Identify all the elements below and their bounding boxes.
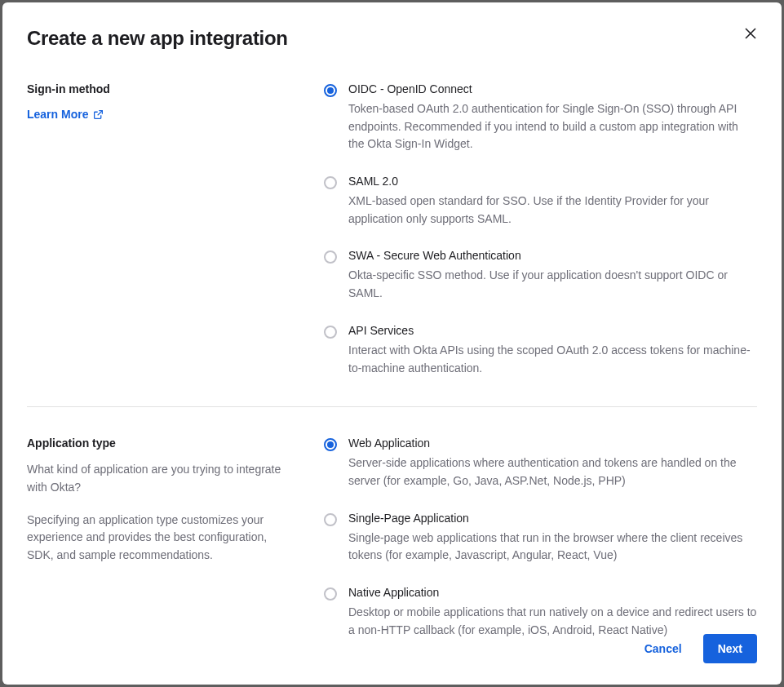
- sign-in-option-api-services[interactable]: API Services Interact with Okta APIs usi…: [324, 324, 757, 377]
- radio-indicator: [324, 250, 337, 264]
- option-description: Okta-specific SSO method. Use if your ap…: [348, 267, 757, 302]
- cancel-button[interactable]: Cancel: [640, 634, 687, 663]
- radio-indicator: [324, 513, 337, 526]
- close-icon: [745, 28, 756, 39]
- option-title: SWA - Secure Web Authentication: [348, 249, 757, 262]
- application-type-section: Application type What kind of applicatio…: [27, 437, 757, 662]
- learn-more-text: Learn More: [27, 108, 88, 121]
- radio-indicator: [324, 326, 337, 339]
- application-type-help-explanation: Specifying an application type customize…: [27, 512, 291, 565]
- next-button[interactable]: Next: [703, 634, 757, 663]
- option-title: Native Application: [348, 586, 757, 599]
- create-app-integration-modal: Create a new app integration Sign-in met…: [2, 2, 782, 685]
- sign-in-option-swa[interactable]: SWA - Secure Web Authentication Okta-spe…: [324, 249, 757, 302]
- app-type-option-native[interactable]: Native Application Desktop or mobile app…: [324, 586, 757, 639]
- radio-indicator: [324, 84, 337, 97]
- option-title: API Services: [348, 324, 757, 337]
- radio-indicator: [324, 176, 337, 189]
- section-divider: [27, 406, 757, 407]
- option-title: SAML 2.0: [348, 175, 757, 188]
- external-link-icon: [93, 109, 104, 120]
- modal-footer: Cancel Next: [640, 634, 757, 663]
- sign-in-method-label: Sign-in method: [27, 82, 291, 95]
- radio-indicator: [324, 587, 337, 601]
- option-description: XML-based open standard for SSO. Use if …: [348, 193, 757, 228]
- option-title: OIDC - OpenID Connect: [348, 82, 757, 95]
- sign-in-option-oidc[interactable]: OIDC - OpenID Connect Token-based OAuth …: [324, 82, 757, 153]
- option-description: Interact with Okta APIs using the scoped…: [348, 342, 757, 377]
- option-description: Server-side applications where authentic…: [348, 454, 757, 490]
- sign-in-option-saml[interactable]: SAML 2.0 XML-based open standard for SSO…: [324, 175, 757, 228]
- option-description: Single-page web applications that run in…: [348, 530, 757, 565]
- option-description: Token-based OAuth 2.0 authentication for…: [348, 100, 757, 153]
- app-type-option-web[interactable]: Web Application Server-side applications…: [324, 437, 757, 490]
- app-type-option-spa[interactable]: Single-Page Application Single-page web …: [324, 512, 757, 565]
- application-type-help-question: What kind of application are you trying …: [27, 461, 291, 496]
- option-title: Web Application: [348, 437, 757, 450]
- option-title: Single-Page Application: [348, 512, 757, 525]
- modal-title: Create a new app integration: [27, 27, 757, 50]
- learn-more-link[interactable]: Learn More: [27, 108, 104, 121]
- sign-in-method-section: Sign-in method Learn More OIDC - OpenID …: [27, 82, 757, 400]
- close-button[interactable]: [742, 25, 759, 42]
- application-type-label: Application type: [27, 437, 291, 450]
- radio-indicator: [324, 438, 337, 451]
